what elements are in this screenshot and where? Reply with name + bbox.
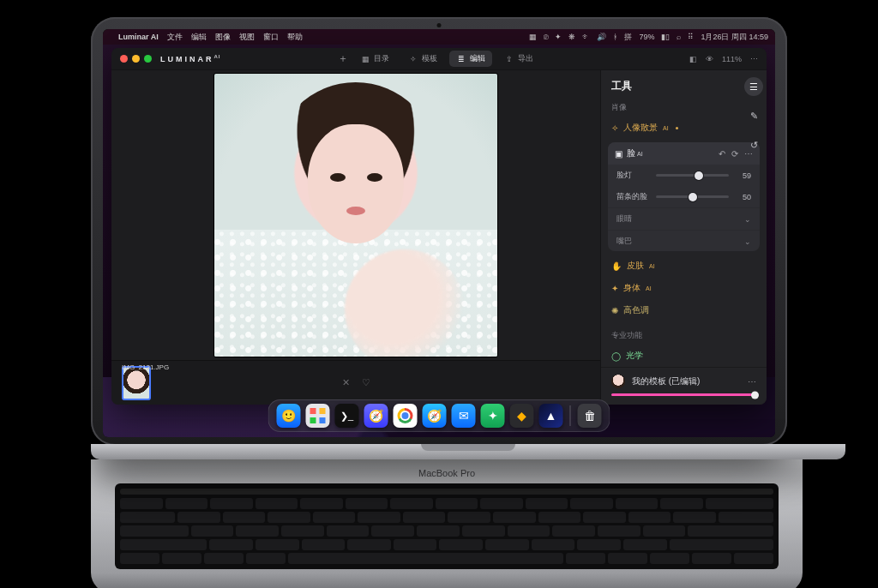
status-icon[interactable]: ✦ [555,33,562,41]
history-icon[interactable]: ↺ [744,135,763,154]
highkey-icon: ✺ [611,306,618,315]
tool-body-label: 身体 [623,282,640,294]
wand-icon: ✧ [408,54,418,64]
dock-mail[interactable]: ✉︎ [452,404,476,428]
ai-badge: AI [637,151,643,157]
slider-slimface: 苗条的脸 50 [608,186,760,207]
face-sub-eyes-label: 眼睛 [616,213,632,225]
export-icon: ⇪ [504,54,514,64]
face-sub-mouth[interactable]: 嘴巴 ⌄ [608,230,760,251]
slider-facelight-value: 59 [736,171,751,180]
display: Luminar AI 文件 编辑 图像 视图 窗口 帮助 ▦ ⎚ ✦ ❋ ᯤ 🔊… [103,29,775,437]
tool-face-header[interactable]: ▣ 脸 AI ↶ ⟳ ⋯ [608,142,760,165]
close-button[interactable] [120,55,128,63]
face-sub-eyes[interactable]: 眼睛 ⌄ [608,207,760,230]
dock-app[interactable]: 🧭 [364,404,388,428]
menu-image[interactable]: 图像 [215,32,231,43]
body-icon: ✦ [611,284,618,293]
ai-badge: AI [649,263,655,269]
slider-slimface-label: 苗条的脸 [616,191,649,202]
dock-trash[interactable]: 🗑 [578,404,602,428]
more-menu-icon[interactable]: ⋯ [750,55,758,63]
favorite-button[interactable]: ♡ [362,377,370,388]
add-photo-button[interactable]: ＋ [338,51,348,66]
fullscreen-button[interactable] [144,55,152,63]
status-ime[interactable]: 拼 [624,32,632,43]
nav-export[interactable]: ⇪ 导出 [497,51,540,67]
brush-tool-icon[interactable]: ✎ [744,106,763,125]
section-pro: 专业功能 [601,327,767,345]
ai-badge: AI [646,285,652,291]
chevron-down-icon: ⌄ [744,215,751,224]
status-wechat-icon[interactable]: ❋ [568,33,575,41]
menubar-app-name[interactable]: Luminar AI [118,33,159,41]
status-spotlight-icon[interactable]: ⌕ [677,33,681,41]
template-bar: 我的模板 (已编辑) ⋯ [601,367,767,405]
photo-canvas[interactable] [214,74,497,357]
preview-eye-icon[interactable]: 👁 [706,55,713,63]
tool-highkey[interactable]: ✺ 高色调 [601,299,767,321]
status-bluetooth-icon[interactable]: ᚼ [613,33,617,41]
template-menu-icon[interactable]: ⋯ [748,377,756,387]
menu-view[interactable]: 视图 [239,32,255,43]
slider-facelight: 脸灯 59 [608,165,760,186]
compare-icon[interactable]: ◧ [689,55,697,63]
template-amount-slider[interactable] [611,393,756,396]
grid-icon: ▦ [360,54,370,64]
edit-tools-icon[interactable]: ☰ [744,77,763,96]
keyboard [115,483,779,569]
status-datetime[interactable]: 1月26日 周四 14:59 [701,32,768,43]
status-icon[interactable]: ⎚ [544,33,548,41]
chevron-down-icon: ⌄ [744,237,751,246]
macos-dock: 🙂 ❯_ 🧭 🧭 ✉︎ ✦ ◆ ▲ 🗑 [268,399,610,432]
nav-export-label: 导出 [518,53,533,64]
dock-launchpad[interactable] [306,404,330,428]
laptop-deck: MacBook Pro [91,459,803,588]
top-nav: ＋ ▦ 目录 ✧ 模板 ≣ 编辑 [338,51,540,67]
status-control-center-icon[interactable]: ⠿ [688,33,694,41]
reset-icon[interactable]: ⟳ [731,149,738,159]
dock-chrome[interactable] [394,404,418,428]
status-volume-icon[interactable]: 🔊 [597,33,606,41]
brand-text: LUMINAR [160,55,214,63]
dock-terminal[interactable]: ❯_ [335,404,359,428]
status-icon[interactable]: ▦ [529,33,537,41]
nav-edit[interactable]: ≣ 编辑 [449,51,492,67]
tool-body[interactable]: ✦ 身体 AI [601,277,767,299]
filmstrip-filename: IMG_2131.JPG [122,363,169,371]
nav-catalog[interactable]: ▦ 目录 [353,51,396,67]
screen-bezel: Luminar AI 文件 编辑 图像 视图 窗口 帮助 ▦ ⎚ ✦ ❋ ᯤ 🔊… [91,17,787,446]
dock-finder[interactable]: 🙂 [277,404,301,428]
menu-file[interactable]: 文件 [167,32,183,43]
status-wifi-icon[interactable]: ᯤ [582,33,590,41]
face-icon: ▣ [615,149,622,159]
status-battery-icon[interactable]: ▮▯ [661,33,670,41]
tool-skin[interactable]: ✋ 皮肤 AI [601,255,767,277]
menu-edit[interactable]: 编辑 [191,32,207,43]
dock-wechat[interactable]: ✦ [481,404,505,428]
tools-icon-rail: ☰ ✎ ↺ [741,70,767,154]
dock-luminar[interactable]: ▲ [539,404,563,428]
webcam [437,23,442,27]
template-thumb[interactable] [611,375,625,388]
luminar-window: LUMINARAI ＋ ▦ 目录 ✧ 模板 [111,48,767,405]
menu-window[interactable]: 窗口 [263,32,279,43]
slider-slimface-track[interactable] [656,195,729,198]
tool-highkey-label: 高色调 [623,304,649,316]
optics-icon: ◯ [611,351,621,361]
tool-optics[interactable]: ◯ 光学 [601,345,767,367]
undo-icon[interactable]: ↶ [719,149,725,159]
dock-sketch[interactable]: ◆ [510,404,534,428]
zoom-level[interactable]: 111% [722,55,742,63]
tool-skin-label: 皮肤 [627,260,644,272]
menu-help[interactable]: 帮助 [287,32,303,43]
minimize-button[interactable] [132,55,140,63]
status-battery[interactable]: 79% [639,33,654,41]
reject-button[interactable]: ✕ [342,377,350,388]
nav-templates[interactable]: ✧ 模板 [401,51,444,67]
macbook-frame: Luminar AI 文件 编辑 图像 视图 窗口 帮助 ▦ ⎚ ✦ ❋ ᯤ 🔊… [91,17,787,588]
dock-safari[interactable]: 🧭 [423,404,447,428]
slider-facelight-label: 脸灯 [616,170,649,181]
slider-facelight-track[interactable] [656,174,729,177]
filmstrip: IMG_2131.JPG ✕ ♡ [111,360,600,405]
